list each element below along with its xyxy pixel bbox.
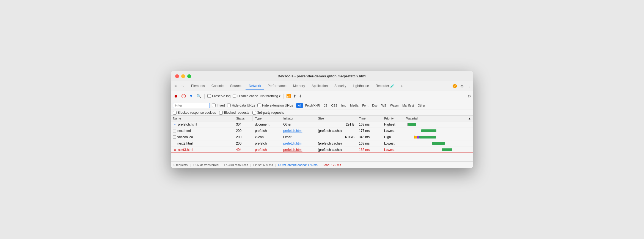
separator-1 [204,94,205,99]
col-waterfall[interactable]: Waterfall ▲ [404,116,473,121]
initiator-link[interactable]: prefetch.html [283,148,302,152]
initiator-cell: prefetch.html [281,128,316,134]
filter-doc[interactable]: Doc [370,103,379,108]
doc-icon: ≡ [173,123,177,126]
settings-icon[interactable]: ⚙ [460,84,464,88]
search-button[interactable]: 🔍 [196,93,202,99]
tab-application[interactable]: Application [308,82,331,90]
invert-label[interactable]: Invert [212,104,225,107]
tab-memory[interactable]: Memory [290,82,308,90]
time-cell: 168 ms [357,140,382,147]
transferred: 12.6 kB transferred [193,163,219,167]
status-bar: 5 requests | 12.6 kB transferred | 17.3 … [171,161,473,168]
title-bar: DevTools - prerender-demos.glitch.me/pre… [171,71,473,81]
devtools-window: DevTools - prerender-demos.glitch.me/pre… [171,71,473,168]
close-button[interactable] [175,74,179,78]
col-type[interactable]: Type [253,116,281,121]
filter-row2: Blocked response cookies Blocked request… [171,110,473,116]
col-size[interactable]: Size [316,116,357,121]
waterfall-cell [404,140,473,147]
filter-manifest[interactable]: Manifest [401,103,415,108]
requests-count: 5 requests [174,163,188,167]
filter-toggle[interactable]: ▼ [188,93,194,99]
third-party-checkbox[interactable] [252,111,256,115]
filter-all[interactable]: All [296,103,303,108]
inspect-icon[interactable]: ⌗ [173,84,178,89]
name-cell: favicon.ico [171,134,234,140]
filter-input[interactable] [175,104,208,107]
filter-media[interactable]: Media [348,103,360,108]
priority-cell: Lowest [382,128,404,134]
tab-elements[interactable]: Elements [188,82,208,90]
filter-css[interactable]: CSS [329,103,339,108]
table-row[interactable]: ≡ prefetch.html 304 document Other 291 B… [171,121,473,128]
throttle-select[interactable]: No throttling ▾ [260,94,281,98]
device-icon[interactable]: ▭ [180,84,185,89]
table-row[interactable]: next.html 200 prefetch prefetch.html (pr… [171,128,473,134]
maximize-button[interactable] [187,74,191,78]
col-priority[interactable]: Priority [382,116,404,121]
filter-wasm[interactable]: Wasm [389,103,400,108]
preserve-log-checkbox[interactable] [207,94,211,98]
blocked-cookies-checkbox[interactable] [173,111,177,115]
network-toolbar: ⏺ 🚫 ▼ 🔍 Preserve log Disable cache No th… [171,91,473,101]
filter-input-wrap[interactable] [173,103,210,108]
initiator-link[interactable]: prefetch.html [283,142,302,145]
table-row[interactable]: next2.html 200 prefetch prefetch.html (p… [171,140,473,147]
invert-checkbox[interactable] [212,104,216,107]
waterfall-cell [404,147,473,153]
file-icon [173,129,176,132]
status-cell: 200 [234,134,253,140]
table-row[interactable]: favicon.ico 200 x-icon Other 6.0 kB 346 … [171,134,473,140]
more-options-icon[interactable]: ⋮ [467,84,471,88]
waterfall-cell [404,134,473,140]
status-cell: 304 [234,121,253,128]
download-icon[interactable]: ⬇ [299,94,302,98]
file-icon [173,142,176,145]
network-settings-icon[interactable]: ⚙ [467,94,471,98]
table-row[interactable]: ⊗ next3.html 404 prefetch prefetch.html … [171,147,473,153]
empty-row [171,153,473,161]
col-initiator[interactable]: Initiator [281,116,316,121]
filter-fetch-xhr[interactable]: Fetch/XHR [304,103,322,108]
tab-more[interactable]: » [398,82,406,90]
blocked-cookies-label[interactable]: Blocked response cookies [173,111,216,115]
type-cell: prefetch [253,128,281,134]
hide-data-urls-label[interactable]: Hide data URLs [227,104,255,107]
hide-data-urls-checkbox[interactable] [227,104,231,107]
tab-security[interactable]: Security [331,82,349,90]
preserve-log-label[interactable]: Preserve log [207,94,230,98]
filter-img[interactable]: Img [340,103,348,108]
tab-lighthouse[interactable]: Lighthouse [349,82,372,90]
status-cell: 200 [234,128,253,134]
blocked-requests-checkbox[interactable] [219,111,223,115]
filter-js[interactable]: JS [322,103,329,108]
status-cell: 200 [234,140,253,147]
hide-ext-urls-label[interactable]: Hide extension URLs [257,104,293,107]
col-time[interactable]: Time [357,116,382,121]
priority-cell: High [382,134,404,140]
filter-font[interactable]: Font [360,103,370,108]
filter-other[interactable]: Other [416,103,427,108]
blocked-requests-label[interactable]: Blocked requests [219,111,249,115]
clear-button[interactable]: 🚫 [181,93,186,99]
third-party-label[interactable]: 3rd-party requests [252,111,284,115]
initiator-link[interactable]: prefetch.html [283,129,302,133]
tab-network[interactable]: Network [246,82,264,90]
initiator-cell: Other [281,134,316,140]
hide-ext-urls-checkbox[interactable] [257,104,261,107]
minimize-button[interactable] [181,74,185,78]
tab-sources[interactable]: Sources [227,82,246,90]
priority-cell: Lowest [382,140,404,147]
disable-cache-label[interactable]: Disable cache [233,94,258,98]
col-name[interactable]: Name [171,116,234,121]
tab-console[interactable]: Console [208,82,227,90]
wifi-icon[interactable]: 📶 [286,94,291,98]
tab-performance[interactable]: Performance [264,82,290,90]
col-status[interactable]: Status [234,116,253,121]
filter-ws[interactable]: WS [380,103,388,108]
record-button[interactable]: ⏺ [173,93,178,99]
tab-recorder[interactable]: Recorder 🧪 [372,82,398,90]
upload-icon[interactable]: ⬆ [293,94,296,98]
disable-cache-checkbox[interactable] [233,94,236,98]
